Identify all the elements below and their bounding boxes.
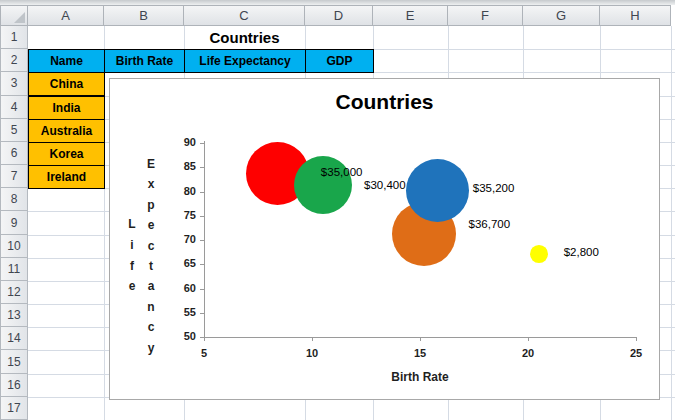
x-tick xyxy=(636,337,637,341)
column-header-b[interactable]: B xyxy=(104,5,184,26)
y-tick xyxy=(200,192,204,193)
table-border-sliver xyxy=(104,72,105,188)
row-header-17[interactable]: 17 xyxy=(0,397,28,420)
y-tick xyxy=(200,167,204,168)
sheet-title-cell[interactable]: Countries xyxy=(184,26,305,49)
gridline xyxy=(671,26,672,420)
row-header-8[interactable]: 8 xyxy=(0,188,28,211)
select-all-triangle-icon xyxy=(14,12,25,23)
x-axis-title[interactable]: Birth Rate xyxy=(350,370,490,384)
x-tick-label: 5 xyxy=(187,347,221,359)
column-header-e[interactable]: E xyxy=(373,5,448,26)
table-header-cell[interactable]: Life Expectancy xyxy=(184,49,306,73)
row-header-2[interactable]: 2 xyxy=(0,49,28,72)
y-tick xyxy=(200,143,204,144)
row-header-14[interactable]: 14 xyxy=(0,327,28,350)
x-tick-label: 15 xyxy=(403,347,437,359)
x-tick xyxy=(420,337,421,341)
name-cell[interactable]: Australia xyxy=(28,119,105,143)
excel-window: ABCDEFGH 1234567891011121314151617 NameB… xyxy=(0,0,675,420)
bubble-data-label: $35,200 xyxy=(473,182,515,194)
y-tick-label: 60 xyxy=(162,282,196,294)
bubble-australia[interactable] xyxy=(406,159,469,222)
row-header-12[interactable]: 12 xyxy=(0,281,28,304)
bubble-chart[interactable]: Countries L i f eE x p e c t a n c y 505… xyxy=(109,78,660,400)
select-all-corner[interactable] xyxy=(0,5,28,26)
y-tick-label: 50 xyxy=(162,330,196,342)
y-axis-title-word: E x p e c t a n c y xyxy=(144,154,158,358)
y-tick xyxy=(200,264,204,265)
y-tick-label: 70 xyxy=(162,233,196,245)
row-header-4[interactable]: 4 xyxy=(0,96,28,119)
name-cell[interactable]: China xyxy=(28,72,105,96)
y-tick xyxy=(200,313,204,314)
bubble-data-label: $35,000 xyxy=(321,166,363,178)
row-header-6[interactable]: 6 xyxy=(0,142,28,165)
column-header-f[interactable]: F xyxy=(448,5,523,26)
y-tick-label: 65 xyxy=(162,257,196,269)
bubble-data-label: $2,800 xyxy=(564,246,599,258)
x-tick-label: 10 xyxy=(295,347,329,359)
row-header-7[interactable]: 7 xyxy=(0,165,28,188)
y-tick-label: 75 xyxy=(162,209,196,221)
name-cell[interactable]: India xyxy=(28,96,105,120)
row-header-1[interactable]: 1 xyxy=(0,26,28,49)
x-tick xyxy=(312,337,313,341)
y-axis-title-word: L i f e xyxy=(125,214,139,297)
row-header-10[interactable]: 10 xyxy=(0,235,28,258)
bubble-data-label: $36,700 xyxy=(469,218,511,230)
bubble-ireland[interactable] xyxy=(530,245,548,263)
y-tick xyxy=(200,240,204,241)
y-tick-label: 80 xyxy=(162,185,196,197)
chart-title[interactable]: Countries xyxy=(110,90,659,114)
column-header-d[interactable]: D xyxy=(305,5,373,26)
column-header-a[interactable]: A xyxy=(28,5,104,26)
table-header-cell[interactable]: GDP xyxy=(305,49,374,73)
row-header-3[interactable]: 3 xyxy=(0,72,28,95)
column-header-c[interactable]: C xyxy=(184,5,305,26)
row-header-15[interactable]: 15 xyxy=(0,350,28,373)
y-tick-label: 55 xyxy=(162,306,196,318)
row-header-5[interactable]: 5 xyxy=(0,119,28,142)
column-header-g[interactable]: G xyxy=(523,5,600,26)
row-header-16[interactable]: 16 xyxy=(0,374,28,397)
table-header-cell[interactable]: Birth Rate xyxy=(104,49,185,73)
y-tick-label: 90 xyxy=(162,136,196,148)
row-header-9[interactable]: 9 xyxy=(0,211,28,234)
x-tick xyxy=(204,337,205,341)
y-tick xyxy=(200,216,204,217)
y-tick xyxy=(200,289,204,290)
bubble-data-label: $30,400 xyxy=(364,179,406,191)
y-tick-label: 85 xyxy=(162,160,196,172)
y-axis-line xyxy=(204,141,205,337)
row-header-11[interactable]: 11 xyxy=(0,258,28,281)
x-tick-label: 20 xyxy=(511,347,545,359)
x-tick-label: 25 xyxy=(619,347,653,359)
name-cell[interactable]: Korea xyxy=(28,142,105,166)
table-header-cell[interactable]: Name xyxy=(28,49,105,73)
row-header-13[interactable]: 13 xyxy=(0,304,28,327)
x-tick xyxy=(528,337,529,341)
name-cell[interactable]: Ireland xyxy=(28,165,105,189)
column-header-h[interactable]: H xyxy=(600,5,671,26)
